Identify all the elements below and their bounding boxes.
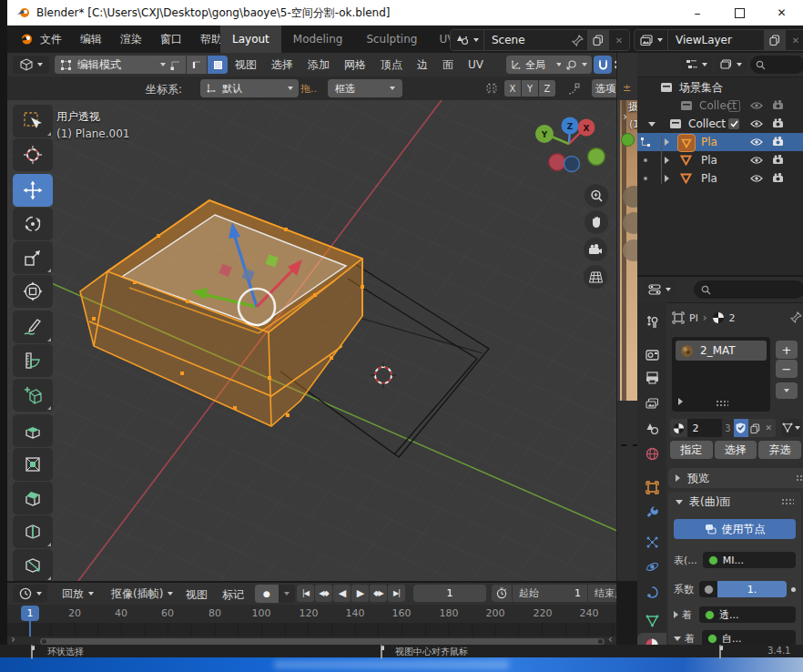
tool-move[interactable]	[13, 174, 53, 207]
tab-object[interactable]	[637, 475, 666, 499]
viewlayer-name[interactable]: ViewLayer	[668, 34, 764, 46]
shader1-field[interactable]: 透...	[699, 606, 796, 623]
render-camera-icon[interactable]	[772, 155, 784, 165]
tool-inset[interactable]	[13, 448, 53, 481]
record-button[interactable]: ●	[255, 585, 279, 603]
nav-axis-gizmo[interactable]: Z X Y	[535, 117, 605, 172]
orientation-dropdown[interactable]: 全局	[506, 56, 566, 74]
outliner-type-button[interactable]	[681, 56, 712, 74]
tool-transform[interactable]	[13, 275, 53, 308]
mode-dropdown[interactable]: 编辑模式	[55, 56, 171, 74]
camera-viewport-strip[interactable]: ± 摄 (1 ‹ ›	[616, 53, 638, 581]
scrollbar-end-dot-right[interactable]	[598, 639, 603, 644]
keyingset-dropdown[interactable]	[279, 585, 295, 603]
tool-scale[interactable]	[13, 241, 53, 274]
scrollbar-end-dot-left[interactable]	[42, 639, 46, 644]
minimize-button[interactable]: –	[676, 0, 718, 25]
tab-layout[interactable]: Layout	[220, 25, 281, 53]
viewlayer-new-button[interactable]	[764, 30, 786, 50]
expand-icon[interactable]	[648, 122, 656, 127]
play-button[interactable]: ▶	[351, 585, 369, 602]
material-name-field[interactable]: 2	[687, 419, 722, 437]
snap-target-dropdown[interactable]	[561, 56, 592, 74]
jump-start-button[interactable]: |◀	[297, 585, 314, 602]
render-camera-icon[interactable]	[772, 118, 784, 128]
material-browse-button[interactable]	[670, 419, 687, 437]
scene-name[interactable]: Scene	[484, 34, 572, 46]
tool-select-box[interactable]	[13, 105, 53, 137]
pin-icon[interactable]	[572, 35, 584, 46]
playback-dropdown[interactable]: 回放	[55, 585, 101, 603]
mirror-x-button[interactable]: X	[504, 80, 521, 97]
assign-button[interactable]: 指定	[670, 441, 713, 459]
slot-remove-button[interactable]: −	[776, 360, 798, 378]
mirror-y-button[interactable]: Y	[522, 80, 538, 97]
timeline-menu-view[interactable]: 视图	[186, 587, 208, 603]
mirror-z-button[interactable]: Z	[539, 80, 555, 97]
tool-bevel[interactable]	[13, 482, 53, 514]
selected-mesh-plane001[interactable]	[80, 200, 364, 426]
timeline-menu-marker[interactable]: 标记	[222, 587, 244, 603]
menu-uv[interactable]: UV	[468, 58, 483, 71]
outliner-row-scene-collection[interactable]: 场景集合	[637, 78, 803, 97]
tab-physics[interactable]	[637, 555, 666, 578]
tab-sculpting[interactable]: Sculpting	[354, 25, 429, 53]
material-slot-active[interactable]: 2_MAT	[676, 341, 767, 361]
expand-icon[interactable]	[665, 157, 669, 164]
exclude-checkbox-checked[interactable]	[728, 118, 739, 129]
prev-keyframe-button[interactable]: ◀◆	[315, 585, 332, 602]
current-frame-field[interactable]: 1	[413, 585, 486, 602]
viewport-3d[interactable]: Z X Y 用户透视 (1) Plane.001	[7, 100, 616, 581]
menu-render[interactable]: 渲染	[120, 32, 142, 47]
preview-panel-header[interactable]: 预览	[668, 468, 803, 488]
strip-camera-button[interactable]	[623, 239, 638, 261]
strip-zoom-button[interactable]	[623, 186, 638, 208]
material-unlink-button[interactable]: ✕	[762, 419, 776, 437]
eye-icon[interactable]	[750, 137, 763, 147]
anim-dot-icon[interactable]	[791, 587, 796, 592]
slot-grip[interactable]	[716, 400, 728, 407]
snap-toggle-button[interactable]	[594, 56, 612, 74]
tool-knife[interactable]	[13, 549, 53, 581]
expand-icon[interactable]	[665, 138, 669, 146]
zoom-button[interactable]	[584, 184, 608, 208]
render-camera-icon[interactable]	[772, 173, 784, 183]
menu-mesh[interactable]: 网格	[344, 57, 366, 73]
slot-specials-button[interactable]	[776, 382, 798, 399]
menu-help[interactable]: 帮助	[200, 32, 222, 47]
tab-output[interactable]	[637, 366, 666, 390]
tool-add-cube[interactable]	[13, 379, 53, 412]
coord-dropdown[interactable]: 默认	[200, 79, 299, 97]
menu-add[interactable]: 添加	[308, 57, 330, 73]
scene-unlink-button[interactable]: ✕	[609, 30, 629, 50]
eye-icon[interactable]	[750, 119, 763, 128]
edge-select-button[interactable]	[187, 56, 207, 74]
menu-vertex[interactable]: 顶点	[381, 57, 402, 73]
select-button[interactable]: 选择	[715, 441, 757, 459]
breadcrumb-object[interactable]: Pl	[689, 312, 698, 324]
exclude-checkbox[interactable]	[728, 100, 740, 112]
keying-dropdown[interactable]: 抠像(插帧)	[104, 585, 180, 603]
material-copy-button[interactable]	[748, 419, 762, 437]
use-preview-range-button[interactable]	[492, 585, 512, 602]
timeline-ruler[interactable]: 20 40 60 80 100 120 140 160 180 200 220 …	[7, 605, 616, 624]
outliner-search[interactable]	[750, 56, 803, 74]
slot-expand-icon[interactable]	[678, 398, 683, 405]
viewlayer-dropdown-button[interactable]	[635, 30, 668, 50]
factor-field[interactable]: 1.	[699, 581, 787, 597]
start-frame-field[interactable]: 起始 1	[513, 585, 587, 602]
tool-loop-cut[interactable]	[13, 515, 53, 548]
tab-world[interactable]	[637, 442, 666, 465]
timeline-type-button[interactable]	[13, 585, 47, 603]
panel-grip[interactable]	[796, 474, 803, 482]
eye-icon[interactable]	[750, 101, 763, 110]
node-specials-button[interactable]	[781, 419, 801, 437]
tab-modeling[interactable]: Modeling	[281, 25, 355, 53]
slot-add-button[interactable]: +	[776, 341, 798, 359]
next-keyframe-button[interactable]: ◆▶	[370, 585, 387, 602]
tool-rotate[interactable]	[13, 208, 53, 240]
properties-search[interactable]	[694, 280, 803, 299]
playhead-badge[interactable]: 1	[21, 606, 39, 621]
menu-edit[interactable]: 编辑	[80, 32, 102, 47]
render-camera-icon[interactable]	[772, 100, 784, 110]
